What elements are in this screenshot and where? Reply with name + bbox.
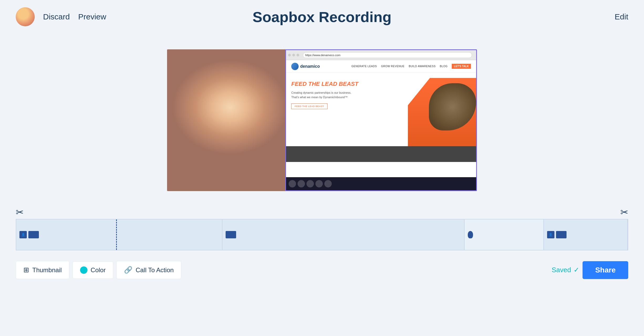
color-dot [80, 266, 87, 274]
share-button[interactable]: Share [583, 261, 628, 279]
website-footer [286, 146, 476, 162]
taskbar-icon-3 [307, 180, 314, 187]
color-button[interactable]: Color [72, 261, 113, 279]
discard-button[interactable]: Discard [43, 12, 70, 21]
webcam-face [167, 49, 293, 191]
hero-text: Feed the Lead Beast Creating dynamic par… [286, 73, 476, 146]
nav-link-3: BUILD AWARENESS [409, 65, 435, 68]
checkmark-icon: ✓ [574, 266, 579, 274]
timeline-section: ✂ ✂ 👤 [0, 207, 644, 250]
hero-heading: Feed the Lead Beast [291, 81, 471, 87]
bottom-toolbar: ⊞ Thumbnail Color 🔗 Call To Action Saved… [0, 256, 644, 284]
edit-button[interactable]: Edit [615, 12, 628, 21]
screen-icon-2 [556, 231, 567, 238]
timeline-segment-2[interactable] [222, 219, 465, 250]
nav-cta-button[interactable]: LET'S TALK [452, 64, 471, 69]
browser-dot-red [288, 54, 291, 56]
link-icon: 🔗 [124, 266, 132, 274]
segment-3-icon [468, 231, 473, 238]
logo-icon [291, 63, 299, 70]
scissors-right-icon[interactable]: ✂ [620, 207, 628, 218]
screen-only-icon [226, 231, 236, 238]
timeline-segment-3[interactable] [465, 219, 544, 250]
timeline-segment-1[interactable]: 👤 [16, 219, 222, 250]
timeline-playhead [116, 219, 117, 250]
browser-content: denamico GENERATE LEADS GROW REVENUE BUI… [286, 60, 476, 177]
person-icon [468, 231, 473, 238]
avatar [16, 7, 35, 26]
webcam-feed [167, 49, 293, 191]
nav-logo: denamico [291, 63, 320, 70]
screen-share: https://www.denameco.com denamico GENERA… [285, 49, 477, 191]
page-title: Soapbox Recording [253, 8, 392, 25]
nav-links: GENERATE LEADS GROW REVENUE BUILD AWAREN… [351, 64, 471, 69]
taskbar-icon-4 [315, 180, 323, 187]
scissors-row: ✂ ✂ [16, 207, 628, 218]
scissors-left-icon[interactable]: ✂ [16, 207, 24, 218]
browser-taskbar [286, 177, 476, 190]
segment-1-icon: 👤 [19, 231, 39, 238]
nav-link-1: GENERATE LEADS [351, 65, 377, 68]
header: Discard Preview Soapbox Recording Edit [0, 0, 644, 34]
segment-4-icon: 👤 [547, 231, 567, 238]
saved-status: Saved ✓ [552, 266, 579, 274]
browser-window: https://www.denameco.com denamico GENERA… [286, 50, 476, 190]
hero-cta-button[interactable]: FEED THE LEAD BEAST [291, 103, 328, 109]
main-content: https://www.denameco.com denamico GENERA… [0, 34, 644, 202]
cta-button[interactable]: 🔗 Call To Action [116, 261, 181, 279]
browser-dot-yellow [292, 54, 295, 56]
nav-link-4: BLOG [440, 65, 448, 68]
website-hero: Feed the Lead Beast Creating dynamic par… [286, 73, 476, 146]
thumbnail-button[interactable]: ⊞ Thumbnail [16, 261, 69, 279]
nav-link-2: GROW REVENUE [381, 65, 404, 68]
person-screen-icon: 👤 [19, 231, 27, 238]
screen-icon [28, 231, 39, 238]
hero-subtext: Creating dynamic partnerships is our bus… [291, 91, 471, 99]
video-player[interactable]: https://www.denameco.com denamico GENERA… [167, 49, 477, 191]
taskbar-icon-5 [324, 180, 332, 187]
timeline-segment-4[interactable]: 👤 [544, 219, 628, 250]
thumbnail-icon: ⊞ [23, 266, 29, 274]
person-screen-icon-2: 👤 [547, 231, 554, 238]
taskbar-icon-2 [298, 180, 305, 187]
header-left: Discard Preview [16, 7, 106, 26]
timeline-track[interactable]: 👤 👤 [16, 219, 628, 250]
website-nav: denamico GENERATE LEADS GROW REVENUE BUI… [286, 60, 476, 73]
taskbar-icon-1 [289, 180, 296, 187]
header-right: Edit [615, 12, 628, 21]
browser-dot-green [297, 54, 299, 56]
browser-toolbar: https://www.denameco.com [286, 50, 476, 60]
segment-2-icon [226, 231, 236, 238]
browser-address-bar: https://www.denameco.com [303, 52, 472, 58]
preview-button[interactable]: Preview [78, 12, 106, 21]
